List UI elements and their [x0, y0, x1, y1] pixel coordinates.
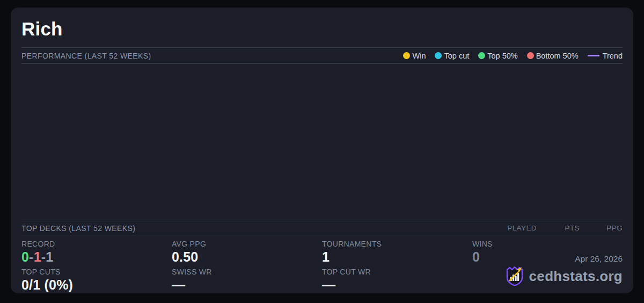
footer-date: Apr 26, 2026: [505, 254, 623, 264]
stat-top-cuts: TOP CUTS 0/1 (0%): [21, 267, 172, 293]
stat-top-cut-wr: TOP CUT WR —: [322, 267, 472, 293]
brand-link[interactable]: cedhstats.org: [505, 265, 623, 287]
legend-item-win: Win: [403, 52, 426, 60]
player-stats-card: Rich PERFORMANCE (LAST 52 WEEKS) Win Top…: [11, 8, 633, 293]
stat-avg-ppg: AVG PPG 0.50: [172, 239, 322, 267]
tournaments-value: 1: [322, 249, 472, 265]
top-decks-header: TOP DECKS (LAST 52 WEEKS) PLAYED PTS PPG: [21, 221, 623, 235]
stat-label: SWISS WR: [172, 267, 322, 277]
bottom-50-dot-icon: [527, 52, 534, 59]
record-separator: -: [41, 249, 46, 264]
column-header-played: PLAYED: [494, 224, 537, 232]
player-name: Rich: [21, 18, 623, 40]
stat-label: AVG PPG: [172, 239, 322, 249]
record-separator: -: [29, 249, 34, 264]
column-header-pts: PTS: [537, 224, 580, 232]
stat-tournaments: TOURNAMENTS 1: [322, 239, 472, 267]
cedhstats-shield-logo-icon: [505, 265, 524, 287]
top-decks-column-headers: PLAYED PTS PPG: [494, 224, 623, 232]
record-value: 0-1-1: [21, 249, 172, 265]
legend-item-trend: Trend: [588, 52, 623, 60]
legend-item-top-50: Top 50%: [478, 52, 517, 60]
column-header-ppg: PPG: [580, 224, 623, 232]
brand-name: cedhstats.org: [529, 268, 623, 285]
legend-item-bottom-50: Bottom 50%: [527, 52, 579, 60]
avg-ppg-value: 0.50: [172, 249, 322, 265]
trend-line-icon: [588, 55, 599, 56]
performance-header: PERFORMANCE (LAST 52 WEEKS) Win Top cut …: [21, 48, 623, 63]
top-decks-section-title: TOP DECKS (LAST 52 WEEKS): [21, 224, 135, 233]
stat-label: RECORD: [21, 239, 172, 249]
stat-label: TOP CUTS: [21, 267, 172, 277]
performance-section-title: PERFORMANCE (LAST 52 WEEKS): [21, 52, 151, 60]
legend-label: Trend: [603, 52, 623, 60]
card-footer: Apr 26, 2026 cedhstats.org: [505, 254, 623, 287]
stat-label: TOURNAMENTS: [322, 239, 472, 249]
legend-label: Top cut: [444, 52, 469, 60]
win-dot-icon: [403, 52, 410, 59]
record-losses: 1: [34, 249, 41, 264]
legend-label: Top 50%: [487, 52, 517, 60]
performance-chart-area: [21, 64, 623, 221]
top-50-dot-icon: [478, 52, 485, 59]
record-wins: 0: [21, 249, 29, 264]
top-cuts-value: 0/1 (0%): [21, 277, 172, 293]
top-cut-dot-icon: [435, 52, 442, 59]
legend-label: Win: [412, 52, 426, 60]
swiss-wr-value: —: [172, 277, 322, 293]
stat-record: RECORD 0-1-1: [21, 239, 172, 267]
record-draws: 1: [46, 249, 53, 264]
chart-legend: Win Top cut Top 50% Bottom 50% Trend: [403, 52, 623, 60]
top-cut-wr-value: —: [322, 277, 472, 293]
stat-swiss-wr: SWISS WR —: [172, 267, 322, 293]
stat-label: TOP CUT WR: [322, 267, 472, 277]
stat-label: WINS: [472, 239, 623, 249]
legend-item-top-cut: Top cut: [435, 52, 469, 60]
legend-label: Bottom 50%: [536, 52, 579, 60]
